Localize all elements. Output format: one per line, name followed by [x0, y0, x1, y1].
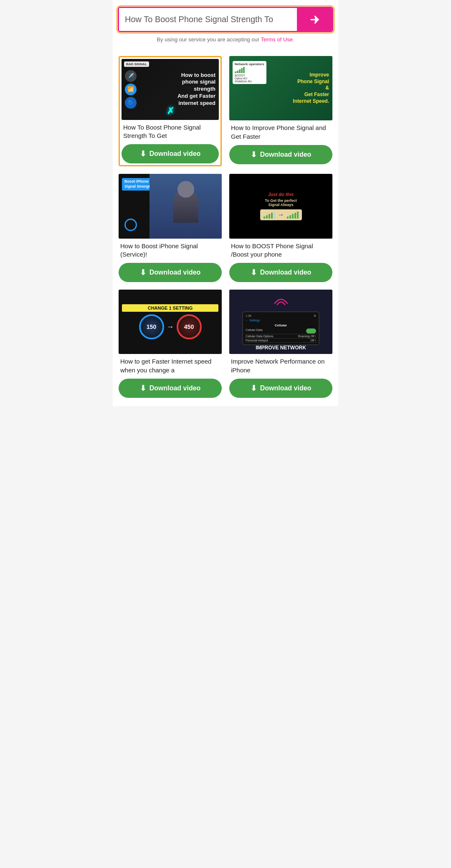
wifi-waves — [271, 293, 291, 307]
thumbnail-4: Just do this To Get the perfectSignal Al… — [229, 174, 332, 238]
improve-network-label: Improve NETWORK — [229, 345, 332, 351]
video-card-6: 1:28⚙ ← Settings Cellular Cellular Data … — [229, 290, 332, 398]
video-card-3: Boost iPhoneSignal Strength How to Boost… — [119, 174, 222, 282]
download-button-2[interactable]: ⬇ Download video — [229, 145, 332, 164]
wifi-icon: 📶 — [125, 84, 137, 95]
phone-oval — [124, 219, 137, 231]
thumbnail-3: Boost iPhoneSignal Strength — [119, 174, 222, 238]
thumb-1-text: How to boostphone signalstrengthAnd get … — [177, 72, 215, 107]
thumbnail-5: CHANGE 1 SETTING 150 → 450 — [119, 290, 222, 354]
download-icon-4: ⬇ — [251, 268, 257, 277]
download-button-5[interactable]: ⬇ Download video — [119, 379, 222, 398]
arrow-right-signal: → — [278, 211, 284, 219]
thumbnail-1: BAD SIGNAL ✈️ 📶 🔵 How to boostphone sign… — [122, 59, 219, 120]
terms-text: By using our service you are accepting o… — [118, 32, 333, 48]
download-icon-6: ⬇ — [251, 384, 257, 393]
speedometers-row: 150 → 450 — [122, 314, 218, 339]
speedometer-arrow: → — [167, 323, 174, 331]
change-setting-banner: CHANGE 1 SETTING — [122, 304, 218, 312]
video-title-5: How to get Faster Internet speed when yo… — [120, 357, 220, 374]
search-button[interactable] — [297, 8, 332, 31]
download-button-1[interactable]: ⬇ Download video — [122, 144, 219, 163]
search-section: By using our service you are accepting o… — [113, 0, 338, 52]
video-title-2: How to Improve Phone Signal and Get Fast… — [231, 124, 331, 141]
phone-screen-cellular-title: Cellular — [245, 323, 317, 328]
arrow-right-icon — [309, 14, 320, 25]
video-card-1: BAD SIGNAL ✈️ 📶 🔵 How to boostphone sign… — [119, 56, 222, 166]
download-icon-2: ⬇ — [251, 150, 257, 159]
phone-signal-mock: Network operators BOOST Optus AU Vodafon… — [233, 61, 266, 84]
search-bar — [118, 7, 333, 32]
airplane-icon: ✈️ — [125, 70, 137, 82]
signal-group-right — [287, 211, 299, 219]
speedometer-2: 450 — [177, 314, 202, 339]
perfect-signal-text: To Get the perfectSignal Always — [265, 199, 296, 207]
bad-signal-badge: BAD SIGNAL — [124, 61, 149, 67]
terms-link[interactable]: Terms of Use. — [261, 36, 294, 43]
download-button-6[interactable]: ⬇ Download video — [229, 379, 332, 398]
signal-group-left — [264, 211, 275, 219]
speedometer-1: 150 — [139, 314, 164, 339]
phone-row-1: Cellular Data — [245, 328, 317, 334]
download-icon-3: ⬇ — [140, 268, 146, 277]
download-button-4[interactable]: ⬇ Download video — [229, 263, 332, 282]
x-mark: ✗ — [167, 106, 174, 117]
person-silhouette — [149, 174, 222, 238]
signal-arrow-row: → — [260, 209, 302, 220]
phone-screen-mock: 1:28⚙ ← Settings Cellular Cellular Data … — [242, 311, 319, 345]
download-button-3[interactable]: ⬇ Download video — [119, 263, 222, 282]
search-input[interactable] — [119, 8, 297, 31]
video-title-6: Improve Network Performance on iPhone — [231, 357, 331, 374]
video-card-5: CHANGE 1 SETTING 150 → 450 How to get Fa… — [119, 290, 222, 398]
video-title-1: How To Boost Phone Signal Strength To Ge… — [123, 123, 217, 140]
results-grid: BAD SIGNAL ✈️ 📶 🔵 How to boostphone sign… — [113, 52, 338, 406]
phone-row-3: Personal Hotspot Off › — [245, 339, 317, 343]
download-icon-5: ⬇ — [140, 384, 146, 393]
thumbnail-6: 1:28⚙ ← Settings Cellular Cellular Data … — [229, 290, 332, 354]
video-card-4: Just do this To Get the perfectSignal Al… — [229, 174, 332, 282]
just-do-this-text: Just do this — [268, 192, 294, 197]
bluetooth-icon: 🔵 — [125, 97, 137, 109]
phone-row-2: Cellular Data Options Roaming Off › — [245, 334, 317, 339]
download-icon-1: ⬇ — [140, 149, 146, 158]
phone-screen-header: 1:28⚙ — [245, 314, 317, 318]
video-title-3: How to Boost iPhone Signal (Service)! — [120, 242, 220, 259]
video-title-4: How to BOOST Phone Signal /Boost your ph… — [231, 242, 331, 259]
thumbnail-2: Network operators BOOST Optus AU Vodafon… — [229, 56, 332, 120]
video-card-2: Network operators BOOST Optus AU Vodafon… — [229, 56, 332, 166]
thumb-2-text: ImprovePhone Signal&Get FasterInternet S… — [293, 72, 329, 104]
thumb-1-icons: ✈️ 📶 🔵 — [125, 70, 137, 109]
